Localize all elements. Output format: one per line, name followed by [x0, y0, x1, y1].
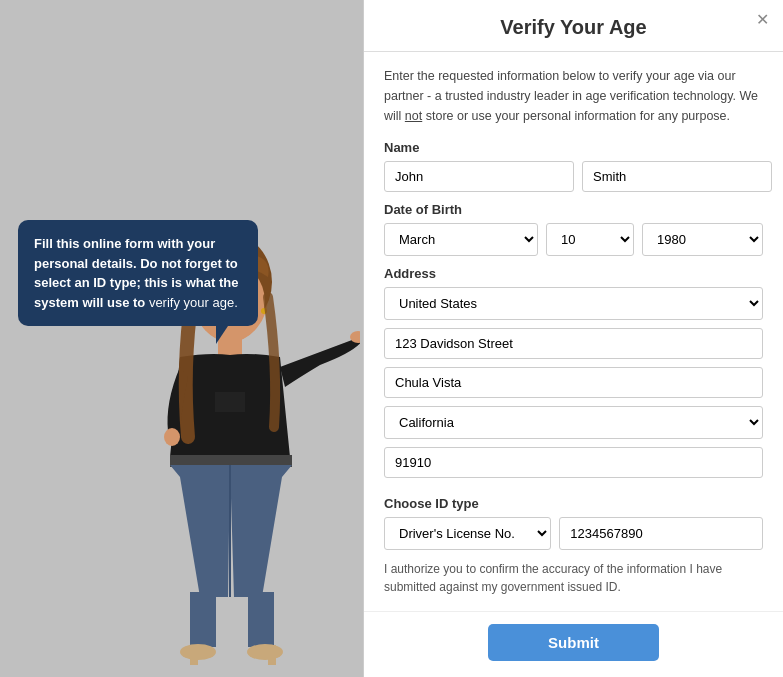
svg-point-9	[164, 428, 180, 446]
country-select[interactable]: United States Canada United Kingdom Aust…	[384, 287, 763, 320]
svg-rect-15	[190, 645, 198, 665]
speech-bubble-normal-text: verify your age.	[149, 295, 238, 310]
address-label: Address	[384, 266, 763, 281]
zip-input[interactable]	[384, 447, 763, 478]
dob-row: January February March April May June Ju…	[384, 223, 763, 256]
day-select[interactable]: 12345 6789 10 1112131415 1617181920 2122…	[546, 223, 634, 256]
desc-not: not	[405, 109, 422, 123]
authorize-text: I authorize you to confirm the accuracy …	[384, 560, 763, 596]
year-select[interactable]: 1980 1981198219831984 1985198619871988 1…	[642, 223, 763, 256]
modal-description: Enter the requested information below to…	[384, 66, 763, 126]
svg-rect-13	[248, 592, 274, 647]
id-number-input[interactable]	[559, 517, 763, 550]
submit-button[interactable]: Submit	[488, 624, 659, 661]
id-row: Driver's License No. Passport No. State …	[384, 517, 763, 550]
speech-bubble-text: Fill this online form with your personal…	[34, 236, 238, 310]
desc-part2: store or use your personal information f…	[422, 109, 730, 123]
city-input[interactable]	[384, 367, 763, 398]
modal-body: Enter the requested information below to…	[364, 52, 783, 611]
dob-label: Date of Birth	[384, 202, 763, 217]
modal-header: Verify Your Age ✕	[364, 0, 783, 52]
modal-title: Verify Your Age	[384, 16, 763, 39]
modal-footer: Submit	[364, 611, 783, 677]
svg-rect-7	[215, 392, 245, 412]
name-row	[384, 161, 763, 192]
svg-rect-17	[268, 645, 276, 665]
svg-rect-12	[190, 592, 216, 647]
month-select[interactable]: January February March April May June Ju…	[384, 223, 538, 256]
svg-point-16	[247, 644, 283, 660]
first-name-input[interactable]	[384, 161, 574, 192]
modal-dialog: Verify Your Age ✕ Enter the requested in…	[363, 0, 783, 677]
street-input[interactable]	[384, 328, 763, 359]
id-type-select[interactable]: Driver's License No. Passport No. State …	[384, 517, 551, 550]
close-button[interactable]: ✕	[756, 10, 769, 29]
state-select[interactable]: Alabama Alaska Arizona Arkansas Californ…	[384, 406, 763, 439]
last-name-input[interactable]	[582, 161, 772, 192]
speech-bubble: Fill this online form with your personal…	[18, 220, 258, 326]
id-type-label: Choose ID type	[384, 496, 763, 511]
name-label: Name	[384, 140, 763, 155]
